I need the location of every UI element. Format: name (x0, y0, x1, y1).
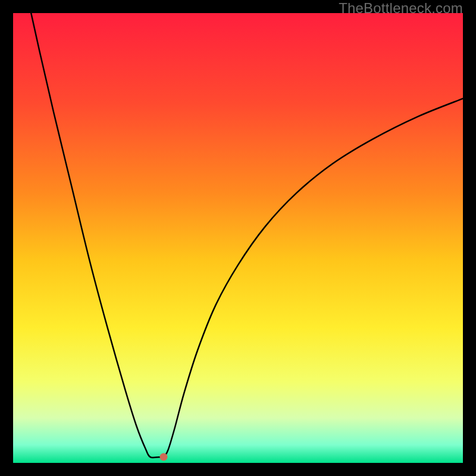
bottleneck-chart (13, 13, 463, 463)
gradient-background (13, 13, 463, 463)
chart-frame (13, 13, 463, 463)
optimal-point-dot (160, 453, 168, 461)
